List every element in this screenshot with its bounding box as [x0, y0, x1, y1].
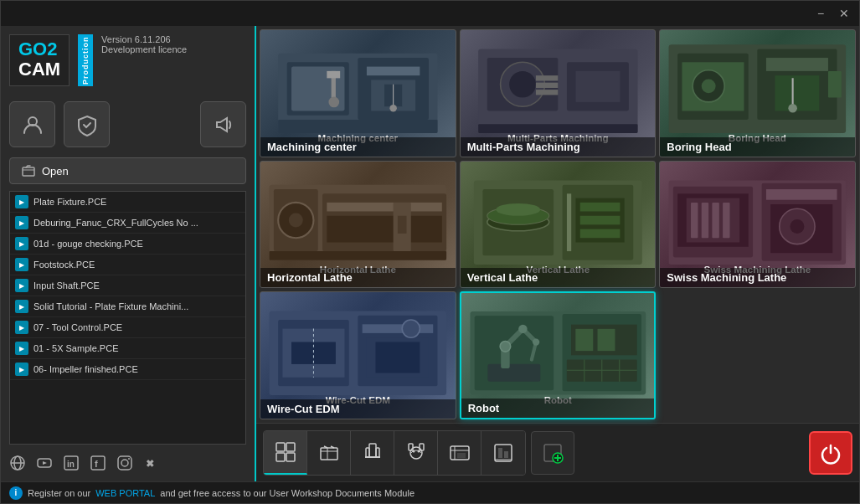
close-button[interactable]: ✕: [836, 5, 852, 22]
svg-rect-27: [278, 120, 437, 133]
svg-rect-142: [504, 451, 508, 458]
machine-card-swiss-lathe[interactable]: Swiss Machining Lathe Swiss Machining La…: [659, 161, 856, 289]
megaphone-icon-button[interactable]: [200, 101, 246, 147]
machine-card-robot[interactable]: Robot Robot: [460, 291, 657, 419]
machine-card-multi-parts[interactable]: Multi-Parts Machining Multi-Parts Machin…: [460, 29, 657, 157]
instagram-icon[interactable]: [116, 455, 133, 475]
shield-icon-button[interactable]: [64, 101, 110, 147]
file-name: Footstock.PCE: [33, 260, 95, 270]
open-button-label: Open: [42, 165, 69, 177]
info-icon: i: [9, 486, 23, 500]
svg-text:in: in: [67, 460, 75, 469]
power-button[interactable]: [809, 431, 852, 475]
svg-point-49: [789, 104, 798, 113]
svg-rect-38: [478, 124, 637, 133]
logo-box: GO2 CAM: [9, 34, 70, 86]
add-toolbar-button[interactable]: [531, 431, 574, 475]
svg-rect-118: [597, 329, 615, 351]
svg-point-32: [509, 71, 536, 98]
status-prefix: Register on our: [28, 488, 90, 498]
svg-rect-50: [828, 71, 842, 98]
license-text: Development licence: [101, 44, 187, 54]
facebook-icon[interactable]: f: [90, 455, 106, 475]
file-list[interactable]: ▶Plate Fixture.PCE▶Deburing_Fanuc_CRX_Fu…: [9, 191, 246, 445]
svg-point-68: [496, 203, 540, 216]
machine-label-boring-head: Boring Head: [660, 137, 855, 157]
toolbar-btn-5[interactable]: [438, 431, 481, 475]
svg-rect-103: [487, 364, 540, 382]
file-list-item[interactable]: ▶07 - Tool Control.PCE: [10, 317, 245, 338]
svg-rect-22: [367, 67, 420, 76]
svg-rect-129: [376, 448, 379, 457]
file-icon: ▶: [15, 363, 28, 376]
svg-rect-95: [363, 325, 434, 334]
file-list-item[interactable]: ▶06- Impeller finished.PCE: [10, 359, 245, 380]
file-name: 07 - Tool Control.PCE: [33, 322, 122, 332]
toolbar-btn-2[interactable]: [307, 431, 351, 475]
svg-rect-124: [321, 448, 337, 460]
toolbar-btn-3[interactable]: [351, 431, 394, 475]
bottom-toolbar: [256, 423, 859, 481]
machine-label-robot: Robot: [461, 399, 655, 418]
file-name: 06- Impeller finished.PCE: [33, 364, 138, 374]
svg-rect-122: [276, 453, 285, 461]
logo-line2: CAM: [18, 59, 60, 80]
youtube-icon[interactable]: [36, 455, 53, 475]
file-name: 01d - gouge checking.PCE: [33, 239, 143, 249]
svg-point-87: [790, 219, 805, 234]
svg-rect-127: [369, 444, 376, 457]
file-list-item[interactable]: ▶Plate Fixture.PCE: [10, 192, 245, 213]
web-portal-link[interactable]: WEB PORTAL: [95, 488, 155, 498]
toolbar-btn-6[interactable]: [481, 431, 525, 475]
svg-rect-117: [575, 329, 593, 351]
www-icon[interactable]: [9, 455, 26, 475]
machine-card-horizontal-lathe[interactable]: Horizontal Lathe Horizontal Lathe: [260, 161, 456, 289]
machine-card-machining-center[interactable]: Machining center Machining center: [260, 29, 456, 157]
svg-text:✖: ✖: [146, 458, 154, 470]
svg-rect-61: [270, 251, 447, 260]
file-list-item[interactable]: ▶01 - 5X Sample.PCE: [10, 338, 245, 359]
svg-rect-47: [775, 75, 820, 111]
machine-card-boring-head[interactable]: Boring Head Boring Head: [659, 29, 856, 157]
sidebar: GO2 CAM Production Version 6.11.206 Deve…: [1, 26, 256, 481]
app-window: − ✕ GO2 CAM Production Version 6.11.206 …: [0, 0, 860, 504]
svg-rect-60: [398, 215, 407, 233]
machine-label-wire-edm: Wire-Cut EDM: [260, 399, 456, 419]
svg-rect-35: [536, 75, 558, 80]
file-list-item[interactable]: ▶Footstock.PCE: [10, 255, 245, 275]
file-icon: ▶: [15, 216, 28, 229]
svg-point-108: [500, 342, 511, 352]
svg-point-98: [402, 320, 420, 337]
file-icon: ▶: [15, 300, 28, 313]
right-panel: Machining center Machining center Multi-…: [256, 26, 859, 481]
svg-rect-121: [286, 443, 295, 451]
file-list-item[interactable]: ▶Input Shaft.PCE: [10, 275, 245, 296]
svg-rect-57: [327, 203, 441, 212]
file-list-item[interactable]: ▶Solid Tutorial - Plate Fixture Machini.…: [10, 296, 245, 317]
machine-card-vertical-lathe[interactable]: Vertical Lathe Vertical Lathe: [460, 161, 657, 289]
svg-rect-83: [723, 203, 729, 238]
file-list-item[interactable]: ▶Deburing_Fanuc_CRX_FullCycles No ...: [10, 213, 245, 234]
toolbar-btn-1[interactable]: [264, 431, 307, 475]
user-icon-button[interactable]: [9, 101, 55, 147]
machine-card-wire-edm[interactable]: Wire-Cut EDM Wire-Cut EDM: [260, 291, 456, 419]
toolbar-btn-4[interactable]: [394, 431, 438, 475]
file-name: Deburing_Fanuc_CRX_FullCycles No ...: [33, 218, 198, 228]
svg-rect-139: [457, 453, 466, 458]
file-list-item[interactable]: ▶01d - gouge checking.PCE: [10, 234, 245, 255]
status-suffix: and get free access to our User Workshop…: [160, 488, 415, 498]
svg-rect-71: [579, 203, 620, 212]
svg-point-13: [128, 458, 130, 460]
svg-rect-80: [691, 203, 698, 238]
minimize-button[interactable]: −: [812, 5, 829, 22]
toolbar-button-group: [263, 430, 526, 476]
open-button[interactable]: Open: [9, 157, 246, 184]
svg-marker-6: [43, 461, 47, 465]
twitter-icon[interactable]: ✖: [143, 455, 160, 475]
file-name: Input Shaft.PCE: [33, 280, 100, 291]
linkedin-icon[interactable]: in: [63, 455, 80, 475]
file-list-container: ▶Plate Fixture.PCE▶Deburing_Fanuc_CRX_Fu…: [9, 191, 246, 445]
svg-rect-128: [366, 448, 369, 457]
file-name: Solid Tutorial - Plate Fixture Machini..…: [33, 301, 188, 311]
svg-point-26: [389, 105, 396, 111]
